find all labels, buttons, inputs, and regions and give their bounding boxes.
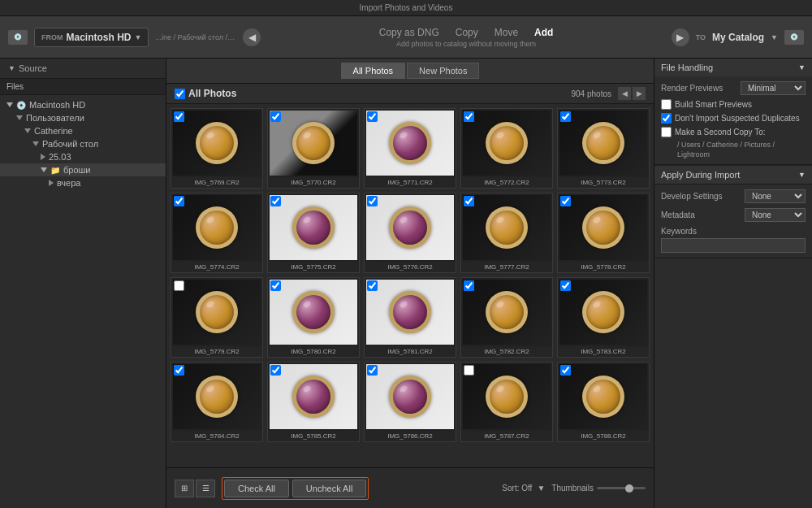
photo-cell[interactable]: IMG_5779.CR2 <box>171 277 263 358</box>
thumbnail-slider: Thumbnails <box>551 484 646 493</box>
photo-checkbox[interactable] <box>560 196 571 206</box>
sort-label: Sort: Off <box>502 484 532 493</box>
tree-item-users[interactable]: Пользователи <box>0 111 166 124</box>
tree-item-broshi[interactable]: 📁 броши <box>0 163 166 176</box>
list-view-button[interactable]: ☰ <box>196 480 215 497</box>
photo-checkbox[interactable] <box>270 196 281 206</box>
photo-cell[interactable]: IMG_5785.CR2 <box>267 362 360 442</box>
keywords-input[interactable] <box>661 238 806 253</box>
tree-item-desktop[interactable]: Рабочий стол <box>0 137 166 150</box>
photo-cell-top <box>171 109 262 177</box>
grid-view-button[interactable]: ⊞ <box>175 480 194 497</box>
photo-cell[interactable]: IMG_5781.CR2 <box>364 277 456 358</box>
photo-thumbnail <box>463 111 551 176</box>
photo-cell[interactable]: IMG_5769.CR2 <box>171 108 263 189</box>
photo-filename: IMG_5787.CR2 <box>461 431 552 441</box>
photo-cell[interactable]: IMG_5773.CR2 <box>557 108 650 189</box>
tab-all-photos[interactable]: All Photos <box>341 63 406 79</box>
photo-checkbox[interactable] <box>367 365 378 376</box>
next-arrow[interactable]: ▶ <box>633 87 646 100</box>
prev-arrow[interactable]: ◀ <box>618 87 631 100</box>
photo-checkbox[interactable] <box>270 111 281 122</box>
photo-cell[interactable]: IMG_5787.CR2 <box>460 362 553 442</box>
check-all-button[interactable]: Check All <box>224 480 289 497</box>
apply-during-import-header[interactable]: Apply During Import ▼ <box>654 165 812 185</box>
photo-grid: IMG_5769.CR2 IMG_5770.CR2 <box>166 104 654 467</box>
apply-chevron-icon: ▼ <box>798 171 806 179</box>
files-section: Files <box>0 79 166 95</box>
photo-checkbox[interactable] <box>367 196 378 206</box>
photo-filename: IMG_5776.CR2 <box>365 262 456 272</box>
photo-cell[interactable]: IMG_5778.CR2 <box>557 193 650 273</box>
apply-during-import-panel: Apply During Import ▼ Develop Settings N… <box>654 165 812 258</box>
photo-cell[interactable]: IMG_5772.CR2 <box>460 108 553 189</box>
photo-cell[interactable]: IMG_5780.CR2 <box>267 277 360 358</box>
photo-checkbox[interactable] <box>464 111 474 122</box>
photo-cell[interactable]: IMG_5786.CR2 <box>364 362 456 442</box>
photo-cell-top <box>268 193 359 262</box>
photo-checkbox[interactable] <box>367 280 378 291</box>
second-copy-checkbox[interactable] <box>661 127 672 137</box>
photo-cell[interactable]: IMG_5782.CR2 <box>460 277 553 358</box>
tree-item-date[interactable]: 25.03 <box>0 150 166 163</box>
photo-checkbox[interactable] <box>174 280 184 291</box>
tree-item-macintosh-hd[interactable]: 💿 Macintosh HD <box>0 98 166 111</box>
photo-checkbox[interactable] <box>464 280 474 291</box>
all-photos-checkbox[interactable] <box>175 89 185 99</box>
photo-cell[interactable]: IMG_5775.CR2 <box>267 193 360 273</box>
photo-cell[interactable]: IMG_5770.CR2 <box>267 108 360 189</box>
uncheck-all-button[interactable]: Uncheck All <box>292 480 366 497</box>
photo-checkbox[interactable] <box>560 111 571 122</box>
file-handling-label: File Handling <box>661 63 713 72</box>
second-copy-row: Make a Second Copy To: <box>661 127 806 137</box>
photo-checkbox[interactable] <box>174 196 184 206</box>
tab-new-photos[interactable]: New Photos <box>407 63 479 79</box>
render-select[interactable]: Minimal <box>741 81 806 95</box>
add-mode[interactable]: Add <box>534 27 553 38</box>
develop-settings-select[interactable]: None <box>745 189 806 203</box>
chevron-down-icon[interactable]: ▼ <box>135 33 142 41</box>
photo-cell[interactable]: IMG_5777.CR2 <box>460 193 553 273</box>
photo-thumbnail <box>559 111 647 176</box>
expand-icon-vchera <box>49 180 54 186</box>
copy-mode[interactable]: Copy <box>456 27 478 38</box>
photo-cell[interactable]: IMG_5788.CR2 <box>557 362 650 442</box>
thumbnail-slider-thumb[interactable] <box>625 484 633 493</box>
photo-checkbox[interactable] <box>464 365 474 376</box>
file-handling-header[interactable]: File Handling ▼ <box>654 59 812 76</box>
chevron-down-icon-dest[interactable]: ▼ <box>771 33 778 41</box>
thumbnail-slider-track[interactable] <box>597 487 646 489</box>
photo-filename: IMG_5769.CR2 <box>171 177 262 188</box>
photo-filename: IMG_5785.CR2 <box>268 431 359 441</box>
photo-checkbox[interactable] <box>367 111 378 122</box>
photo-filename: IMG_5770.CR2 <box>268 177 359 188</box>
build-smart-previews-checkbox[interactable] <box>661 99 672 110</box>
sort-chevron-icon[interactable]: ▼ <box>537 484 545 493</box>
photo-cell[interactable]: IMG_5774.CR2 <box>171 193 263 273</box>
copy-as-dng-mode[interactable]: Copy as DNG <box>379 27 439 38</box>
photo-cell[interactable]: IMG_5771.CR2 <box>364 108 456 189</box>
check-buttons: Check All Uncheck All <box>222 477 369 500</box>
metadata-select[interactable]: None <box>745 208 806 222</box>
photo-checkbox[interactable] <box>560 280 571 291</box>
photo-checkbox[interactable] <box>560 365 571 376</box>
photo-thumbnail <box>463 364 551 429</box>
photo-cell-top <box>171 193 262 262</box>
photo-cell[interactable]: IMG_5783.CR2 <box>557 277 650 358</box>
photo-checkbox[interactable] <box>174 365 184 376</box>
photo-checkbox[interactable] <box>464 196 474 206</box>
photo-checkbox[interactable] <box>174 111 184 122</box>
forward-arrow-button[interactable]: ▶ <box>672 28 689 46</box>
tree-item-catherine[interactable]: Catherine <box>0 124 166 137</box>
move-mode[interactable]: Move <box>495 27 518 38</box>
photo-checkbox[interactable] <box>270 365 281 376</box>
photo-cell[interactable]: IMG_5776.CR2 <box>364 193 456 273</box>
dont-import-duplicates-checkbox[interactable] <box>661 113 672 124</box>
right-sidebar: File Handling ▼ Render Previews Minimal … <box>654 59 812 508</box>
files-label: Files <box>6 82 24 91</box>
back-arrow-button[interactable]: ◀ <box>243 28 261 46</box>
photo-cell[interactable]: IMG_5784.CR2 <box>171 362 263 442</box>
tree-item-vchera[interactable]: вчера <box>0 176 166 189</box>
photo-thumbnail <box>559 280 647 345</box>
photo-checkbox[interactable] <box>270 280 281 291</box>
